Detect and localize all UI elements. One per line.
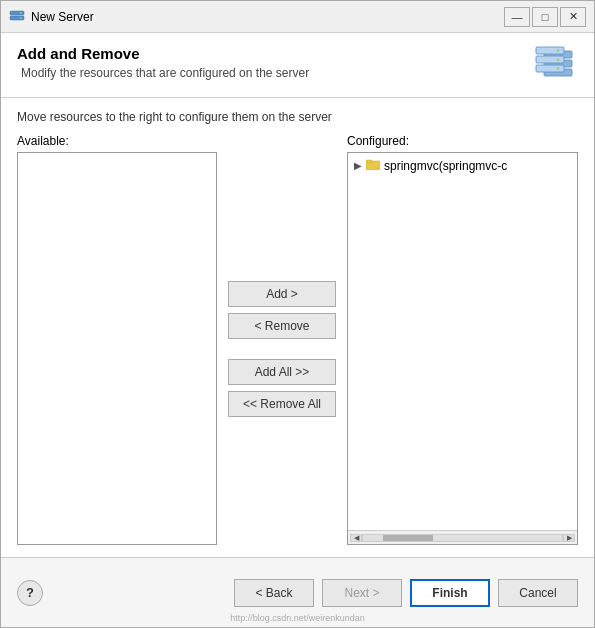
window-controls: — □ ✕ <box>504 7 586 27</box>
scroll-track[interactable] <box>362 534 563 542</box>
horizontal-scrollbar[interactable]: ◀ ▶ <box>348 530 577 544</box>
svg-rect-8 <box>536 56 564 63</box>
remove-button[interactable]: < Remove <box>228 313 336 339</box>
header-text: Add and Remove Modify the resources that… <box>17 45 309 80</box>
instruction-text: Move resources to the right to configure… <box>17 110 578 124</box>
minimize-button[interactable]: — <box>504 7 530 27</box>
configured-item-text: springmvc(springmvc-c <box>384 159 507 173</box>
finish-button[interactable]: Finish <box>410 579 490 607</box>
scroll-left-button[interactable]: ◀ <box>350 534 362 542</box>
next-button[interactable]: Next > <box>322 579 402 607</box>
title-bar: New Server — □ ✕ <box>1 1 594 33</box>
svg-point-3 <box>20 17 22 19</box>
remove-all-button[interactable]: << Remove All <box>228 391 336 417</box>
svg-point-11 <box>557 58 559 60</box>
available-column: Available: <box>17 134 217 545</box>
columns-area: Available: Add > < Remove Add All >> << … <box>17 134 578 545</box>
scroll-right-button[interactable]: ▶ <box>563 534 575 542</box>
transfer-buttons: Add > < Remove Add All >> << Remove All <box>217 134 347 545</box>
content-area: Move resources to the right to configure… <box>1 98 594 557</box>
header-server-icon <box>530 45 578 87</box>
cancel-button[interactable]: Cancel <box>498 579 578 607</box>
window-title: New Server <box>31 10 504 24</box>
configured-column: Configured: ▶ springmvc(springmvc-c <box>347 134 578 545</box>
window-icon <box>9 9 25 25</box>
page-subtitle: Modify the resources that are configured… <box>17 66 309 80</box>
footer: ? < Back Next > Finish Cancel http://blo… <box>1 557 594 627</box>
available-list[interactable] <box>17 152 217 545</box>
close-button[interactable]: ✕ <box>560 7 586 27</box>
folder-icon <box>366 158 380 173</box>
expand-arrow: ▶ <box>354 160 362 171</box>
add-button[interactable]: Add > <box>228 281 336 307</box>
configured-item[interactable]: ▶ springmvc(springmvc-c <box>348 155 577 176</box>
footer-buttons: < Back Next > Finish Cancel <box>234 579 578 607</box>
new-server-window: New Server — □ ✕ Add and Remove Modify t… <box>0 0 595 628</box>
available-label: Available: <box>17 134 217 148</box>
add-all-button[interactable]: Add All >> <box>228 359 336 385</box>
page-title: Add and Remove <box>17 45 309 62</box>
svg-rect-14 <box>366 160 372 163</box>
watermark: http://blog.csdn.net/weirenkundan <box>230 613 365 623</box>
svg-rect-7 <box>536 47 564 54</box>
maximize-button[interactable]: □ <box>532 7 558 27</box>
configured-list[interactable]: ▶ springmvc(springmvc-c ◀ <box>347 152 578 545</box>
svg-point-2 <box>20 12 22 14</box>
svg-point-10 <box>557 49 559 51</box>
back-button[interactable]: < Back <box>234 579 314 607</box>
configured-list-inner: ▶ springmvc(springmvc-c <box>348 153 577 530</box>
help-button[interactable]: ? <box>17 580 43 606</box>
header-section: Add and Remove Modify the resources that… <box>1 33 594 98</box>
configured-label: Configured: <box>347 134 578 148</box>
scroll-thumb <box>383 535 433 541</box>
svg-point-12 <box>557 67 559 69</box>
svg-rect-9 <box>536 65 564 72</box>
